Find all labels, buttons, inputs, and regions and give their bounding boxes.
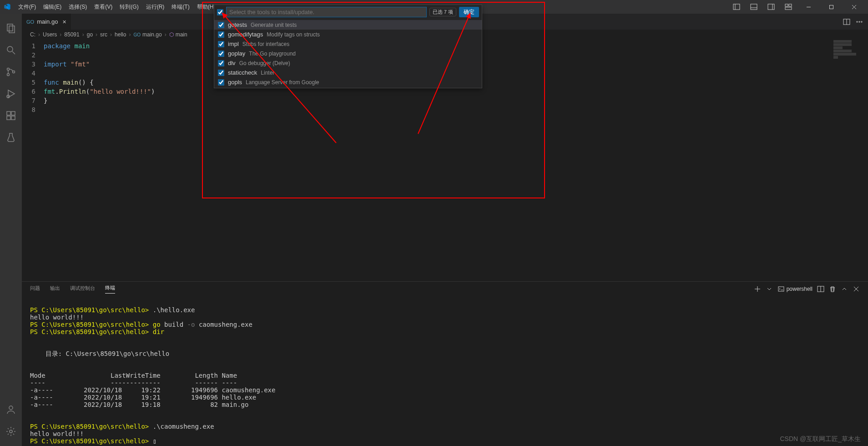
breadcrumb-part[interactable]: main.go <box>142 31 162 38</box>
menu-item[interactable]: 文件(F) <box>15 1 40 13</box>
split-terminal-icon[interactable] <box>817 285 824 293</box>
more-actions-icon[interactable] <box>854 17 864 27</box>
svg-point-29 <box>857 21 858 22</box>
breadcrumb-part[interactable]: go <box>87 31 93 38</box>
quickpick-item-check[interactable] <box>218 79 224 86</box>
quickpick-item[interactable]: gomodifytagsModify tags on structs <box>214 30 482 39</box>
close-button[interactable] <box>843 0 864 14</box>
svg-rect-0 <box>733 4 740 10</box>
quickpick-item[interactable]: goplayThe Go playground <box>214 49 482 58</box>
tab-main-go[interactable]: GO main.go × <box>22 14 71 30</box>
svg-point-30 <box>859 21 860 22</box>
menu-item[interactable]: 运行(R) <box>142 1 168 13</box>
tab-close-icon[interactable]: × <box>62 18 66 25</box>
breadcrumb-part[interactable]: hello <box>115 31 126 38</box>
quickpick-item-check[interactable] <box>218 22 224 28</box>
menu-item[interactable]: 终端(T) <box>168 1 193 13</box>
quickpick-item-check[interactable] <box>218 51 224 57</box>
run-debug-icon[interactable] <box>0 83 22 105</box>
settings-gear-icon[interactable] <box>0 421 22 442</box>
panel-tab[interactable]: 问题 <box>30 285 40 294</box>
quickpick-count-badge: 已选 7 项 <box>429 8 456 16</box>
menu-item[interactable]: 编辑(E) <box>40 1 65 13</box>
svg-rect-10 <box>829 5 833 9</box>
layout-right-icon[interactable] <box>763 0 779 13</box>
quickpick-input[interactable] <box>226 7 427 17</box>
terminal-output[interactable]: PS C:\Users\85091\go\src\hello> .\hello.… <box>22 296 868 446</box>
svg-rect-22 <box>11 112 15 115</box>
quickpick-item[interactable]: implStubs for interfaces <box>214 39 482 49</box>
minimap[interactable] <box>832 40 868 281</box>
terminal-dropdown-icon[interactable] <box>766 285 773 293</box>
panel-tab[interactable]: 输出 <box>50 285 60 294</box>
quickpick-item[interactable]: gotestsGenerate unit tests <box>214 20 482 30</box>
activity-bar <box>0 14 22 446</box>
svg-rect-34 <box>778 287 784 291</box>
quickpick-item[interactable]: goplsLanguage Server from Google <box>214 77 482 87</box>
svg-rect-2 <box>751 4 757 10</box>
layout-bottom-icon[interactable] <box>746 0 762 13</box>
quickpick-item-name: gopls <box>228 79 242 86</box>
breadcrumb-part[interactable]: main <box>176 31 187 38</box>
vscode-logo-icon <box>4 3 11 10</box>
extensions-icon[interactable] <box>0 105 22 127</box>
svg-rect-21 <box>7 112 10 115</box>
new-terminal-icon[interactable] <box>754 285 761 293</box>
svg-rect-8 <box>785 7 792 10</box>
menu-item[interactable]: 转到(G) <box>116 1 142 13</box>
quickpick-item-name: gotests <box>228 21 247 28</box>
svg-point-25 <box>9 406 13 410</box>
quickpick-item-desc: Go debugger (Delve) <box>239 60 290 66</box>
kill-terminal-icon[interactable] <box>829 285 836 293</box>
svg-rect-13 <box>7 24 13 31</box>
watermark: CSDN @互联网工匠_草木生 <box>780 435 861 443</box>
breadcrumb-part[interactable]: src <box>100 31 107 38</box>
quickpick-ok-button[interactable]: 确定 <box>459 7 479 17</box>
go-file-icon: GO <box>26 19 34 25</box>
quickpick-item-name: impl <box>228 41 239 47</box>
quickpick-item-desc: The Go playground <box>249 51 296 57</box>
quickpick-item-desc: Stubs for interfaces <box>242 41 289 47</box>
quickpick-item-check[interactable] <box>218 41 224 47</box>
svg-rect-7 <box>789 4 792 6</box>
bottom-panel: 问题输出调试控制台终端 powershell PS C:\Users\85091… <box>22 281 868 446</box>
svg-point-31 <box>861 21 862 22</box>
svg-rect-14 <box>9 26 15 33</box>
menu-item[interactable]: 查看(V) <box>91 1 116 13</box>
layout-custom-icon[interactable] <box>781 0 796 13</box>
panel-close-icon[interactable] <box>853 285 860 293</box>
quickpick-item-name: gomodifytags <box>228 31 263 38</box>
svg-line-16 <box>12 51 15 54</box>
svg-point-17 <box>7 68 10 71</box>
quickpick-item-desc: Generate unit tests <box>251 22 297 28</box>
quickpick-select-all[interactable] <box>217 9 223 15</box>
minimize-button[interactable] <box>798 0 819 14</box>
source-control-icon[interactable] <box>0 61 22 83</box>
split-editor-icon[interactable] <box>842 17 852 27</box>
quickpick-item-name: staticcheck <box>228 69 257 76</box>
svg-rect-24 <box>11 116 15 120</box>
maximize-button[interactable] <box>821 0 842 14</box>
quickpick-item[interactable]: staticcheckLinter <box>214 68 482 77</box>
testing-icon[interactable] <box>0 127 22 148</box>
panel-tab[interactable]: 终端 <box>105 284 115 294</box>
quickpick-item[interactable]: dlvGo debugger (Delve) <box>214 58 482 68</box>
quickpick-item-check[interactable] <box>218 31 224 38</box>
terminal-profile-icon[interactable]: powershell <box>777 285 812 293</box>
breadcrumb-part[interactable]: 85091 <box>64 31 79 38</box>
explorer-icon[interactable] <box>0 17 22 39</box>
svg-point-15 <box>7 46 13 52</box>
quickpick-item-check[interactable] <box>218 70 224 76</box>
quickpick-item-check[interactable] <box>218 60 224 66</box>
search-icon[interactable] <box>0 39 22 61</box>
menu-item[interactable]: 选择(S) <box>65 1 91 13</box>
breadcrumb-part[interactable]: C: <box>30 31 35 38</box>
breadcrumb-part[interactable]: Users <box>43 31 57 38</box>
layout-left-icon[interactable] <box>729 0 744 13</box>
accounts-icon[interactable] <box>0 399 22 421</box>
svg-rect-23 <box>7 116 10 120</box>
quickpick-panel: 已选 7 项 确定 gotestsGenerate unit testsgomo… <box>214 5 482 88</box>
quickpick-item-desc: Language Server from Google <box>246 79 319 86</box>
panel-tab[interactable]: 调试控制台 <box>70 285 95 294</box>
panel-maximize-icon[interactable] <box>841 285 848 293</box>
